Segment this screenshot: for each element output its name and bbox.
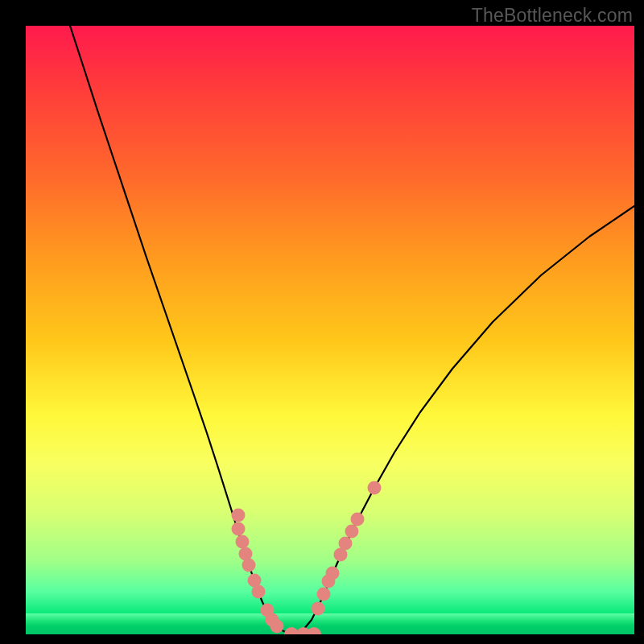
marker-point [270, 620, 284, 634]
marker-point [232, 509, 246, 522]
data-markers [232, 481, 382, 635]
marker-point [242, 559, 256, 572]
curve-right-curve [293, 206, 634, 634]
marker-point [317, 588, 331, 601]
plot-area [26, 26, 634, 634]
curve-left-curve [70, 26, 293, 634]
watermark-text: TheBottleneck.com [472, 5, 633, 27]
chart-frame: TheBottleneck.com [0, 0, 644, 644]
marker-point [312, 602, 325, 616]
marker-point [307, 627, 321, 634]
marker-point [252, 585, 266, 599]
marker-point [236, 535, 250, 549]
marker-point [368, 481, 382, 495]
marker-point [339, 537, 353, 551]
marker-point [351, 513, 365, 526]
curve-lines [70, 26, 634, 634]
marker-point [345, 525, 359, 539]
chart-svg [26, 26, 634, 634]
marker-point [232, 522, 246, 536]
marker-point [326, 567, 340, 580]
